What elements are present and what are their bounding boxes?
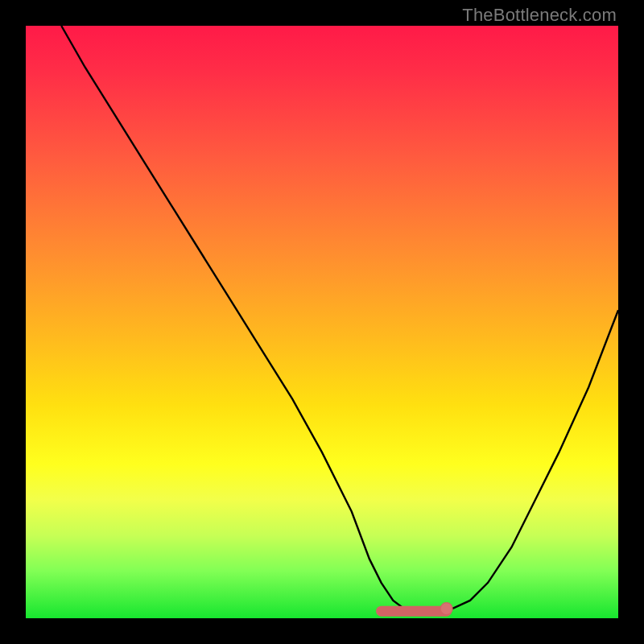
chart-frame: TheBottleneck.com	[0, 0, 644, 644]
watermark-text: TheBottleneck.com	[462, 5, 617, 26]
chart-gradient-background	[26, 26, 618, 618]
